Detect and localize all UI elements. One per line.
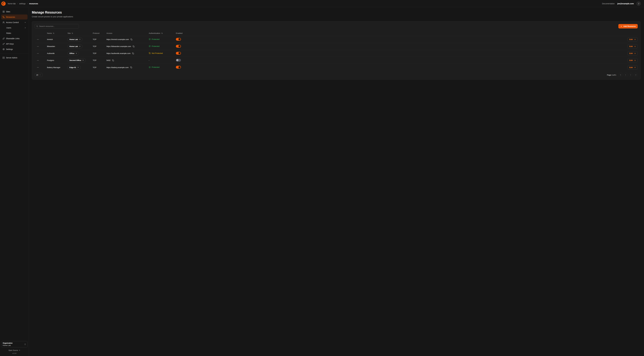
site-link-label: Edge 01: [70, 66, 76, 68]
enabled-toggle[interactable]: [176, 66, 181, 68]
chevron-left-icon: [625, 74, 626, 76]
sort-icon[interactable]: [161, 32, 163, 34]
page-subtitle: Create secure proxies to your private ap…: [32, 16, 640, 18]
auth-label: Protected: [152, 66, 160, 68]
chevron-down-icon: [24, 22, 26, 23]
sort-icon[interactable]: [53, 32, 54, 34]
auth-status: Protected: [149, 38, 160, 40]
search-input[interactable]: [39, 25, 77, 27]
previous-page-button[interactable]: [624, 73, 628, 77]
add-resource-button[interactable]: Add Resource: [618, 24, 638, 28]
last-page-button[interactable]: [634, 73, 638, 77]
access-value: https://bitwarden.example.com: [106, 45, 131, 48]
enabled-toggle[interactable]: [176, 52, 181, 55]
sort-icon[interactable]: [72, 32, 73, 34]
add-resource-label: Add Resource: [623, 25, 636, 27]
external-link-icon: [19, 350, 20, 351]
row-actions-button[interactable]: [36, 59, 40, 62]
resources-card: Add Resource Name Site Protocol: [32, 21, 640, 80]
layout: Sites Resources Access Control Users Rol…: [0, 7, 644, 356]
resource-name: Immich: [47, 38, 68, 40]
sidebar-item-users[interactable]: Users: [1, 25, 28, 30]
auth-status: Protected: [149, 66, 160, 68]
edit-button[interactable]: Edit: [628, 58, 638, 62]
sidebar-item-shareable-links[interactable]: Shareable Links: [1, 36, 28, 41]
site-link[interactable]: Home Lab: [68, 37, 82, 42]
sidebar-item-label: Server Admin: [6, 57, 17, 59]
open-source-link[interactable]: Open Source: [8, 350, 20, 351]
access-value: https://battery.example.com: [106, 66, 128, 68]
page-size-select[interactable]: 20: [35, 73, 42, 77]
edit-button[interactable]: Edit: [628, 65, 638, 70]
breadcrumb-settings[interactable]: settings: [19, 2, 26, 5]
pagination-controls: Page 1 of 1: [607, 73, 638, 77]
protocol-cell: TCP: [93, 59, 106, 61]
copy-button[interactable]: [132, 45, 135, 48]
site-link-label: Second Office: [70, 59, 81, 61]
sidebar-bottom: Organization Home Lab Open Source v1.3.0: [1, 341, 28, 354]
table-header-row: Name Site Protocol Access Authenticati: [35, 30, 638, 36]
protocol-cell: TCP: [93, 66, 106, 68]
row-actions-button[interactable]: [36, 66, 40, 69]
external-link-icon: [77, 66, 79, 68]
ellipsis-icon: [37, 66, 39, 68]
row-actions-button[interactable]: [36, 45, 40, 48]
site-link-label: Home Lab: [70, 38, 78, 40]
copy-button[interactable]: [132, 52, 134, 55]
copy-button[interactable]: [130, 66, 132, 68]
site-link[interactable]: Office: [68, 51, 79, 56]
documentation-link[interactable]: Documentation: [602, 2, 614, 5]
auth-label: Protected: [152, 38, 160, 40]
search-icon: [36, 25, 38, 27]
copy-icon: [112, 60, 114, 61]
copy-button[interactable]: [130, 38, 133, 41]
breadcrumb-resources[interactable]: resources: [29, 2, 38, 5]
edit-button[interactable]: Edit: [628, 51, 638, 56]
site-link[interactable]: Second Office: [68, 58, 86, 62]
sidebar-item-roles[interactable]: Roles: [1, 30, 28, 36]
sidebar-item-resources[interactable]: Resources: [1, 14, 28, 20]
breadcrumb-separator-icon: [16, 3, 18, 4]
auth-label: -: [149, 59, 150, 61]
edit-button[interactable]: Edit: [628, 37, 638, 42]
sidebar-item-sites[interactable]: Sites: [1, 9, 28, 14]
page-indicator: Page 1 of 1: [607, 74, 616, 76]
first-page-button[interactable]: [619, 73, 622, 77]
sidebar-item-label: Roles: [6, 32, 11, 34]
table-row: Authentik Office TCP https://authentik.e…: [35, 50, 638, 57]
edit-button-label: Edit: [629, 45, 633, 48]
copy-button[interactable]: [112, 59, 114, 62]
avatar[interactable]: J: [636, 2, 641, 6]
chevrons-up-down-icon: [24, 344, 26, 345]
enabled-toggle[interactable]: [176, 45, 181, 48]
open-source-label: Open Source: [8, 350, 18, 351]
next-page-button[interactable]: [629, 73, 632, 77]
sidebar-item-api-keys[interactable]: API Keys: [1, 41, 28, 46]
chevrons-left-icon: [620, 74, 622, 76]
site-link[interactable]: Home Lab: [68, 44, 82, 48]
table-row: Immich Home Lab TCP https://immich.examp…: [35, 36, 638, 43]
breadcrumb-home-lab[interactable]: home-lab: [8, 2, 16, 5]
sidebar-item-access-control[interactable]: Access Control: [1, 20, 28, 25]
enabled-toggle[interactable]: [176, 59, 181, 62]
topbar-right: Documentation joe@example.com J: [602, 2, 641, 6]
external-link-icon: [76, 52, 77, 54]
enabled-toggle[interactable]: [176, 38, 181, 41]
row-actions-button[interactable]: [36, 52, 40, 55]
edit-button[interactable]: Edit: [628, 44, 638, 48]
edit-button-label: Edit: [629, 52, 633, 54]
organization-selector[interactable]: Organization Home Lab: [1, 341, 28, 348]
sidebar-item-server-admin[interactable]: Server Admin: [1, 55, 28, 60]
sidebar-item-settings[interactable]: Settings: [1, 47, 28, 52]
toolbar: Add Resource: [35, 24, 638, 28]
user-email: joe@example.com: [617, 2, 634, 5]
shield-off-icon: [149, 52, 151, 54]
main-content: Manage Resources Create secure proxies t…: [29, 7, 644, 356]
table-row: Postgres Second Office TCP 5432 -: [35, 57, 638, 64]
sidebar-item-label: Shareable Links: [6, 38, 20, 40]
chevrons-right-icon: [635, 74, 637, 76]
row-actions-button[interactable]: [36, 38, 40, 41]
access-value: https://authentik.example.com: [106, 52, 130, 54]
site-link[interactable]: Edge 01: [68, 65, 81, 70]
app-logo-icon[interactable]: [1, 1, 6, 6]
